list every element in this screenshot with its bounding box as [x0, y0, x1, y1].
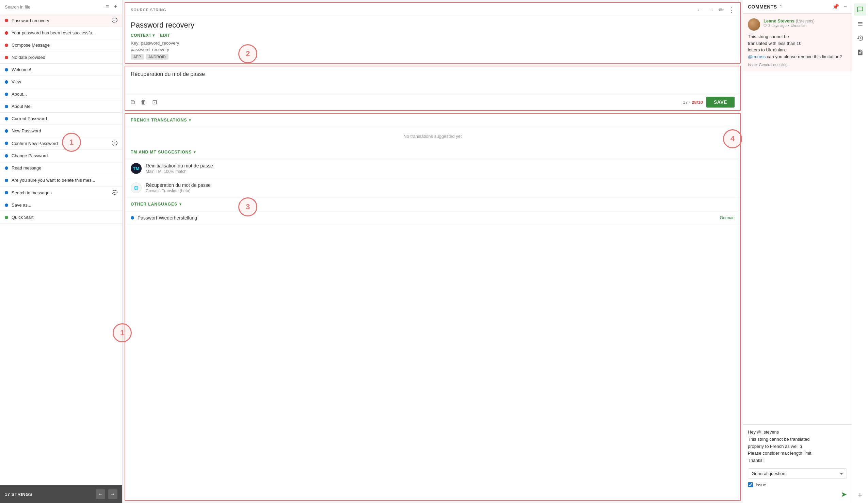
sidebar-header-icons: ≡ + — [105, 3, 117, 11]
main-content: SOURCE STRING ← → ✏ ⋮ Password recovery … — [123, 0, 743, 503]
dot-icon — [5, 154, 8, 158]
pin-icon[interactable]: 📌 — [832, 3, 839, 10]
french-translations-arrow: ▾ — [189, 118, 191, 123]
save-button[interactable]: SAVE — [706, 97, 735, 107]
translation-tools: ⧉ 🗑 ⊡ — [131, 98, 157, 106]
sidebar-item[interactable]: No date provided — [0, 51, 122, 64]
sidebar-item[interactable]: Save as... — [0, 199, 122, 211]
other-language-item[interactable]: Passwort-Wiederherstellung German — [125, 211, 740, 225]
comments-panel: COMMENTS 1 📌 − Leane Stevens (l.stevens) — [743, 0, 852, 503]
sidebar-item[interactable]: Quick Start — [0, 211, 122, 223]
other-lang-label[interactable]: German — [720, 216, 735, 220]
app-container: ≡ + Password recovery 💬 Your password ha… — [0, 0, 868, 503]
sidebar-item[interactable]: Search in messages 💬 — [0, 187, 122, 199]
reply-send-row: ➤ — [748, 490, 847, 499]
source-panel: SOURCE STRING ← → ✏ ⋮ Password recovery … — [125, 2, 741, 64]
other-languages-header[interactable]: OTHER LANGUAGES ▾ — [125, 198, 740, 211]
history-tab-button[interactable] — [854, 32, 866, 44]
sidebar-item[interactable]: About... — [0, 88, 122, 101]
suggestion-text: Réinitialisation du mot de passe — [146, 163, 735, 168]
edit-source-icon[interactable]: ✏ — [719, 6, 724, 14]
sidebar-item-label: Change Password — [12, 153, 117, 158]
tm-suggestions-title: TM AND MT SUGGESTIONS — [131, 150, 192, 155]
sidebar-item[interactable]: Read message — [0, 162, 122, 174]
source-header: SOURCE STRING ← → ✏ ⋮ — [125, 3, 740, 16]
comment-username: Leane Stevens (l.stevens) — [764, 18, 847, 23]
suggestion-content: Récupération du mot de passe Crowdin Tra… — [146, 182, 735, 193]
sidebar-item-label: New Password — [12, 128, 117, 133]
reply-text[interactable]: Hey @l.stevens This string cannot be tra… — [748, 429, 847, 464]
other-languages-list: Passwort-Wiederherstellung German — [125, 211, 740, 225]
sidebar-item[interactable]: New Password — [0, 125, 122, 137]
other-lang-text: Passwort-Wiederherstellung — [137, 215, 716, 221]
source-tags: APPANDROID — [131, 54, 735, 60]
comment-card: Leane Stevens (l.stevens) 🛡 3 days ago •… — [743, 14, 852, 72]
tm-suggestions-header[interactable]: TM AND MT SUGGESTIONS ▾ — [125, 146, 740, 159]
tm-suggestions-arrow: ▾ — [194, 150, 196, 155]
comment-mention[interactable]: @m.ross — [748, 54, 766, 59]
sidebar-item[interactable]: View — [0, 76, 122, 88]
dot-icon — [5, 129, 8, 133]
handle-text: (l.stevens) — [796, 19, 815, 23]
delete-button[interactable]: 🗑 — [141, 98, 147, 106]
sidebar-item-label: View — [12, 79, 117, 84]
comment-count-icon: 💬 — [112, 18, 117, 23]
dot-icon — [5, 31, 8, 35]
search-input[interactable] — [5, 4, 105, 10]
context-button[interactable]: CONTEXT ▾ — [131, 33, 155, 38]
next-source-icon[interactable]: → — [708, 7, 714, 14]
prev-string-button[interactable]: ← — [96, 489, 105, 499]
sidebar-item-label: Confirm New Password — [12, 141, 110, 146]
file-tab-button[interactable] — [854, 46, 866, 59]
send-reply-button[interactable]: ➤ — [841, 490, 847, 499]
issue-checkbox[interactable] — [748, 482, 753, 488]
sidebar-item[interactable]: Password recovery 💬 — [0, 14, 122, 27]
sidebar-item[interactable]: Your password has been reset successfu..… — [0, 27, 122, 39]
more-options-icon[interactable]: ⋮ — [728, 6, 735, 14]
add-tab-button[interactable]: + — [858, 491, 862, 500]
comment-body-1: This string cannot be — [748, 34, 789, 39]
next-string-button[interactable]: → — [108, 489, 117, 499]
sidebar-item[interactable]: Welcome! — [0, 64, 122, 76]
suggestion-sub: Crowdin Translate (beta) — [146, 189, 735, 193]
edit-button[interactable]: EDIT — [160, 33, 170, 38]
comment-user-row: Leane Stevens (l.stevens) 🛡 3 days ago •… — [748, 18, 847, 31]
sidebar-item[interactable]: About Me — [0, 101, 122, 113]
add-string-icon[interactable]: + — [114, 3, 117, 11]
sidebar-item-label: Current Password — [12, 116, 117, 121]
comments-body: Leane Stevens (l.stevens) 🛡 3 days ago •… — [743, 14, 852, 425]
strings-tab-button[interactable] — [854, 18, 866, 30]
sidebar-item[interactable]: Confirm New Password 💬 — [0, 137, 122, 150]
source-header-right: ← → ✏ ⋮ — [697, 6, 735, 14]
sidebar-item[interactable]: Current Password — [0, 113, 122, 125]
french-translations-header[interactable]: FRENCH TRANSLATIONS ▾ — [125, 114, 740, 127]
username-text: Leane Stevens — [764, 18, 795, 23]
crowdin-icon: 🌐 — [131, 182, 142, 193]
comment-body: This string cannot be translated with le… — [748, 33, 847, 60]
issue-label: Issue — [756, 482, 766, 488]
prev-source-icon[interactable]: ← — [697, 7, 703, 14]
dot-icon — [5, 216, 8, 219]
suggestion-item[interactable]: 🌐 Récupération du mot de passe Crowdin T… — [125, 178, 740, 198]
strings-count: 17 STRINGS — [5, 492, 32, 497]
filter-icon[interactable]: ≡ — [105, 3, 109, 11]
comment-meta: 🛡 3 days ago • Ukrainian — [764, 23, 847, 28]
comments-tab-button[interactable] — [854, 3, 866, 15]
sidebar-item-label: About... — [12, 92, 117, 97]
suggestion-content: Réinitialisation du mot de passe Main TM… — [146, 163, 735, 174]
collapse-icon[interactable]: − — [844, 3, 847, 10]
other-languages-arrow: ▾ — [179, 202, 182, 207]
tm-icon: TM — [131, 163, 142, 174]
sidebar-item[interactable]: Change Password — [0, 150, 122, 162]
dot-icon — [5, 56, 8, 59]
copy-button[interactable]: ⧉ — [131, 98, 135, 106]
split-button[interactable]: ⊡ — [152, 98, 157, 106]
key-line1: Key: password_recovery — [131, 41, 735, 45]
suggestion-item[interactable]: TM Réinitialisation du mot de passe Main… — [125, 159, 740, 178]
translation-input[interactable]: Récupération du mot de passe — [125, 66, 740, 94]
comments-title: COMMENTS — [748, 4, 777, 10]
sidebar-item[interactable]: Are you sure you want to delete this mes… — [0, 174, 122, 187]
source-meta: CONTEXT ▾ EDIT Key: password_recovery pa… — [125, 33, 740, 63]
sidebar-item[interactable]: Compose Message — [0, 39, 122, 51]
reply-type-dropdown[interactable]: General questionSource errorTranslation … — [748, 468, 847, 479]
